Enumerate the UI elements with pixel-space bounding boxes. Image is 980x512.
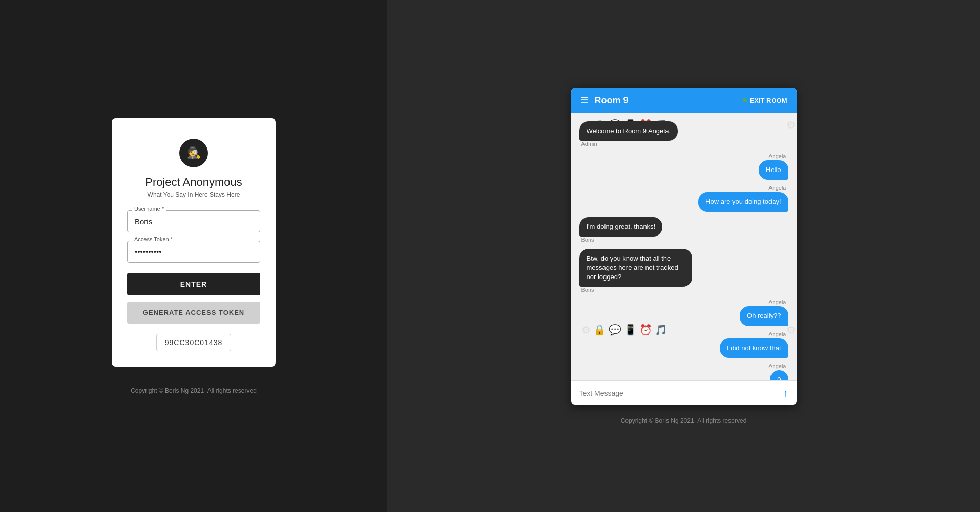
message-bubble: I did not know that	[720, 338, 788, 358]
project-title: Project Anonymous	[145, 176, 242, 189]
token-display: 99CC30C01438	[156, 334, 231, 351]
left-copyright: Copyright © Boris Ng 2021- All rights re…	[131, 387, 257, 394]
chat-header: ☰ Room 9 EXIT ROOM	[571, 88, 797, 113]
username-field-group: Username *	[127, 210, 260, 232]
message-sender: Angela	[768, 299, 786, 305]
message-bubble: 0	[770, 370, 788, 380]
message-input[interactable]	[579, 389, 783, 397]
hamburger-icon[interactable]: ☰	[580, 95, 589, 106]
username-input[interactable]	[127, 210, 260, 232]
message-sender: Boris	[581, 237, 594, 243]
message-bubble: Welcome to Room 9 Angela.	[579, 121, 678, 141]
message-sender: Boris	[581, 287, 594, 293]
access-token-field-group: Access Token *	[127, 241, 260, 263]
message-row: AngelaOh really??	[579, 299, 788, 326]
message-sender: Angela	[768, 363, 786, 369]
login-card: 🕵️ Project Anonymous What You Say In Her…	[112, 118, 276, 367]
anonymous-icon: 🕵️	[187, 147, 201, 159]
right-panel: ☰ Room 9 EXIT ROOM Welcome to Room 9 Ang…	[387, 0, 980, 512]
online-dot	[743, 98, 747, 102]
message-sender: Angela	[768, 153, 786, 159]
message-row: AngelaI did not know that	[579, 331, 788, 358]
exit-room-label: EXIT ROOM	[750, 97, 787, 104]
logo-circle: 🕵️	[179, 139, 208, 167]
send-button[interactable]: ↑	[783, 387, 788, 399]
message-bubble: I'm doing great, thanks!	[579, 217, 663, 237]
access-token-input[interactable]	[127, 241, 260, 263]
message-bubble: Hello	[759, 160, 788, 180]
chat-input-area: ↑	[571, 380, 797, 405]
message-sender: Angela	[768, 331, 786, 337]
message-row: Btw, do you know that all the messages h…	[579, 249, 788, 294]
project-subtitle: What You Say In Here Stays Here	[148, 191, 240, 198]
chat-header-left: ☰ Room 9	[580, 95, 629, 106]
access-token-label: Access Token *	[132, 236, 175, 242]
chat-messages: Welcome to Room 9 Angela.AdminAngelaHell…	[571, 113, 797, 380]
message-row: AngelaHello	[579, 153, 788, 180]
exit-room-button[interactable]: EXIT ROOM	[743, 97, 787, 104]
left-panel: 🕵️ Project Anonymous What You Say In Her…	[0, 0, 387, 512]
right-copyright: Copyright © Boris Ng 2021- All rights re…	[621, 417, 747, 424]
message-bubble: How are you doing today!	[698, 192, 788, 211]
generate-access-token-button[interactable]: GENERATE ACCESS TOKEN	[127, 302, 260, 324]
message-bubble: Oh really??	[740, 306, 788, 326]
message-bubble: Btw, do you know that all the messages h…	[579, 249, 692, 287]
message-row: Welcome to Room 9 Angela.Admin	[579, 121, 788, 148]
message-sender: Admin	[581, 141, 597, 147]
message-row: I'm doing great, thanks!Boris	[579, 217, 788, 244]
message-row: Angela0	[579, 363, 788, 380]
message-sender: Angela	[768, 185, 786, 191]
room-title: Room 9	[595, 95, 629, 106]
chat-window: ☰ Room 9 EXIT ROOM Welcome to Room 9 Ang…	[571, 88, 797, 405]
username-label: Username *	[132, 206, 166, 212]
enter-button[interactable]: ENTER	[127, 273, 260, 295]
message-row: AngelaHow are you doing today!	[579, 185, 788, 211]
